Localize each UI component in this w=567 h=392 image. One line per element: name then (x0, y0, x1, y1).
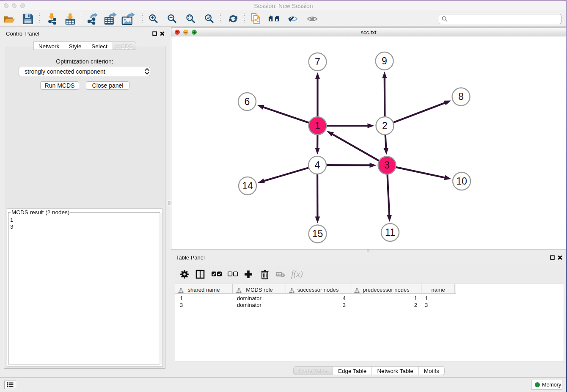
svg-text:9: 9 (382, 55, 387, 66)
svg-text:6: 6 (245, 96, 250, 107)
svg-text:1: 1 (315, 120, 320, 131)
svg-text:10: 10 (456, 176, 467, 187)
svg-text:2: 2 (382, 120, 388, 131)
svg-text:8: 8 (458, 91, 464, 102)
svg-text:7: 7 (315, 56, 320, 67)
svg-text:14: 14 (242, 180, 253, 191)
svg-text:11: 11 (385, 227, 395, 238)
svg-text:3: 3 (384, 160, 390, 171)
svg-text:4: 4 (315, 160, 320, 171)
svg-text:15: 15 (312, 228, 323, 239)
